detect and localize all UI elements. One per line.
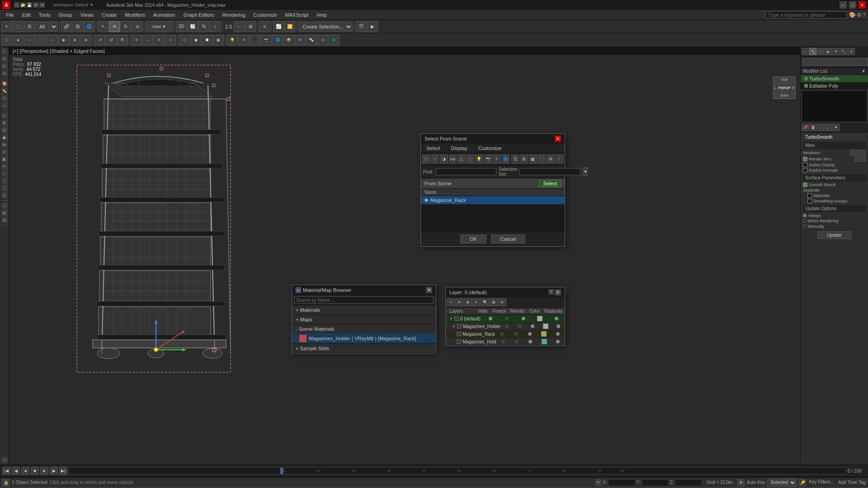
- navigation-cube[interactable]: TOP BTM L R PERSP: [773, 76, 796, 99]
- panel-motion[interactable]: ▶: [825, 48, 832, 55]
- t2-btn12[interactable]: ÷: [165, 35, 176, 46]
- render-icon[interactable]: 🎨: [849, 12, 856, 18]
- smooth-result-check[interactable]: [803, 183, 807, 187]
- t2-btn1[interactable]: ⬡: [1, 35, 12, 46]
- menu-tools[interactable]: Tools: [35, 11, 54, 19]
- menu-edit[interactable]: Edit: [19, 11, 34, 19]
- render-iters-input[interactable]: 2: [854, 156, 866, 162]
- t2-btn10[interactable]: -: [142, 35, 153, 46]
- t2-light1[interactable]: 💡: [227, 35, 238, 46]
- snap-3d[interactable]: 3D: [176, 21, 187, 32]
- auto-key-label[interactable]: Auto Key: [747, 480, 765, 485]
- align-btn[interactable]: ⊞: [245, 21, 256, 32]
- mod-delete[interactable]: 🗑: [809, 124, 816, 131]
- tool-rotate[interactable]: ↻: [1, 63, 8, 69]
- curve-editor[interactable]: 📈: [273, 21, 284, 32]
- new-btn[interactable]: □: [14, 2, 19, 8]
- t2-edge[interactable]: ▦: [213, 35, 224, 46]
- t2-hier[interactable]: 🌲: [329, 35, 340, 46]
- selection-set-dropdown[interactable]: Create Selection...: [298, 22, 353, 32]
- t2-btn3[interactable]: □: [24, 35, 35, 46]
- redo-btn[interactable]: ↪: [39, 2, 45, 8]
- tool-inset[interactable]: ⊡: [1, 127, 8, 133]
- turbosmooth-header[interactable]: TurboSmooth: [803, 134, 866, 141]
- key-mode-dropdown[interactable]: Selected All: [767, 479, 797, 487]
- reference-coord[interactable]: View ▼: [146, 21, 173, 32]
- y-field[interactable]: [642, 479, 669, 486]
- menu-file[interactable]: File: [2, 11, 18, 19]
- tool-edit[interactable]: ✏: [1, 113, 8, 119]
- percent-snap[interactable]: %: [198, 21, 209, 32]
- t2-camera[interactable]: 📷: [261, 35, 272, 46]
- t2-rotate[interactable]: ↺: [106, 35, 117, 46]
- z-field[interactable]: [675, 479, 702, 486]
- timeline-play[interactable]: ►: [40, 467, 48, 475]
- t2-wireframe[interactable]: ⬡: [179, 35, 190, 46]
- t2-show-safe[interactable]: 🔲: [202, 35, 212, 46]
- tool-target-weld[interactable]: ⇒: [1, 149, 8, 155]
- t2-translate[interactable]: ↗: [94, 35, 105, 46]
- panel-display[interactable]: 👁: [832, 48, 840, 55]
- panel-modify[interactable]: 🔧: [809, 48, 816, 55]
- tool-select[interactable]: ↖: [1, 48, 8, 55]
- select-region-btn[interactable]: ⬚: [13, 21, 24, 32]
- modifier-editable-poly[interactable]: Editable Poly: [801, 82, 868, 89]
- add-time-tag-label[interactable]: Add Time Tag: [838, 480, 866, 485]
- object-name-field[interactable]: Magazine_Rack: [802, 58, 868, 66]
- smoothing-check[interactable]: [807, 199, 812, 203]
- scale-btn[interactable]: ⇲: [132, 21, 142, 32]
- tool-vertex[interactable]: •: [1, 102, 8, 108]
- workspace-selector[interactable]: Workspace: Default ▼: [53, 3, 94, 7]
- timeline-play-back[interactable]: ◄: [21, 467, 29, 475]
- close-btn[interactable]: ✕: [859, 1, 866, 9]
- menu-maxscript[interactable]: MAXScript: [281, 11, 312, 19]
- t2-skin[interactable]: 🦴: [306, 35, 317, 46]
- open-btn[interactable]: 📂: [20, 2, 26, 8]
- save-btn[interactable]: 💾: [27, 2, 32, 8]
- t2-btn7[interactable]: ⊕: [69, 35, 80, 46]
- menu-customize[interactable]: Customize: [250, 11, 280, 19]
- settings-icon[interactable]: ⚙: [857, 12, 862, 18]
- t2-xform[interactable]: ⟳: [295, 35, 306, 46]
- t2-env[interactable]: 🌐: [272, 35, 283, 46]
- menu-help[interactable]: Help: [313, 11, 330, 19]
- select-obj-btn[interactable]: ↖: [1, 21, 12, 32]
- menu-create[interactable]: Create: [98, 11, 120, 19]
- select-btn[interactable]: ↖: [98, 21, 108, 32]
- t2-btn6[interactable]: ◉: [58, 35, 69, 46]
- modifier-list-dropdown[interactable]: ▼: [861, 69, 866, 74]
- render-setup[interactable]: 🎬: [356, 21, 367, 32]
- t2-btn8[interactable]: ⊗: [80, 35, 91, 46]
- schematic-view[interactable]: 🔀: [284, 21, 295, 32]
- timeline-next-frame[interactable]: ▶: [50, 467, 58, 475]
- render-frame[interactable]: ▶: [367, 21, 378, 32]
- selection-filter[interactable]: ☰: [24, 21, 35, 32]
- layer-manager[interactable]: ≡: [259, 21, 270, 32]
- undo-btn[interactable]: ↩: [33, 2, 38, 8]
- t2-shadow[interactable]: 🌑: [250, 35, 260, 46]
- help-icon[interactable]: ?: [863, 12, 866, 18]
- viewport-header[interactable]: [+] [Perspective] [Shaded + Edged Faces]: [9, 47, 800, 55]
- menu-views[interactable]: Views: [77, 11, 97, 19]
- timeline-next-key[interactable]: ▶|: [59, 467, 67, 475]
- modifier-turbsmooth[interactable]: TurboSmooth: [801, 75, 868, 82]
- tool-ring[interactable]: ↕: [1, 185, 8, 191]
- timeline-prev-frame[interactable]: ◀: [12, 467, 20, 475]
- search-input[interactable]: [765, 11, 847, 19]
- minimize-btn[interactable]: ─: [840, 1, 847, 9]
- tool-extrude[interactable]: ⬆: [1, 120, 8, 126]
- update-button[interactable]: Update: [817, 231, 851, 239]
- iterations-input[interactable]: 0: [850, 150, 866, 155]
- menu-animation[interactable]: Animation: [150, 11, 179, 19]
- tool-mirror[interactable]: ↔: [1, 202, 8, 209]
- status-lock-btn[interactable]: 🔒: [2, 479, 9, 486]
- t2-btn5[interactable]: ○: [47, 35, 57, 46]
- angle-snap[interactable]: 🔄: [187, 21, 198, 32]
- set-key-btn[interactable]: 🔑: [799, 479, 806, 486]
- modifier-list-header[interactable]: Modifier List ▼: [801, 68, 868, 75]
- isoline-check[interactable]: [803, 163, 807, 167]
- maximize-btn[interactable]: □: [849, 1, 856, 9]
- t2-btn4[interactable]: ⬛: [35, 35, 46, 46]
- render-iters-check[interactable]: [803, 157, 807, 161]
- mod-down[interactable]: ↓: [825, 124, 832, 131]
